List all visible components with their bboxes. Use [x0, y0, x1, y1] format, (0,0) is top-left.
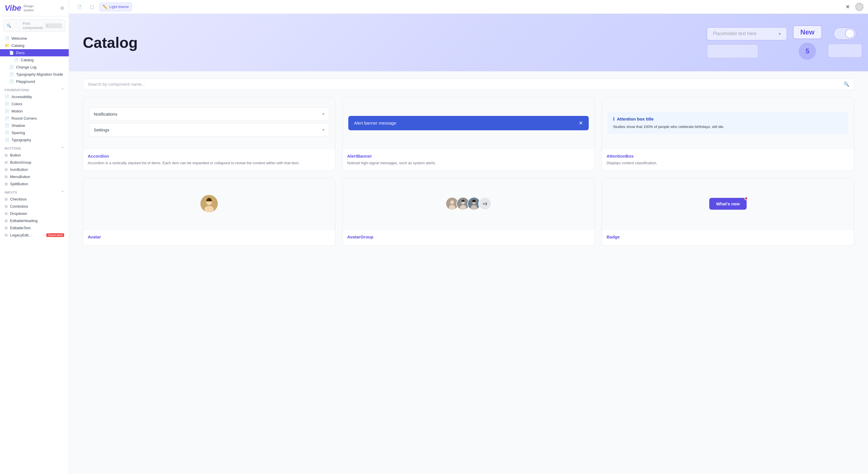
- section-buttons[interactable]: BUTTONS ⌃: [0, 144, 69, 152]
- sidebar-item-button[interactable]: ⊞ Button: [0, 152, 69, 159]
- component-icon: ⊞: [5, 153, 8, 157]
- sidebar-item-changelog[interactable]: 📄 Change Log: [0, 64, 69, 71]
- topbar-close-btn[interactable]: ✕: [842, 2, 853, 12]
- sidebar-item-spacing[interactable]: 📄 Spacing: [0, 129, 69, 136]
- chevron-down-icon: ▾: [779, 31, 781, 36]
- component-card-accordion: Notifications ▾ Settings ▾ Accordion Acc…: [83, 97, 335, 171]
- sidebar-item-colors[interactable]: 📄 Colors: [0, 100, 69, 107]
- hero-input-mock3: [828, 43, 862, 58]
- attentionbox-card-info: AttentionBox Displays content classifica…: [602, 149, 854, 170]
- sidebar-item-catalog[interactable]: 📁 Catalog: [0, 42, 69, 49]
- avatargroup-card-title[interactable]: AvatarGroup: [347, 234, 590, 239]
- sidebar-item-legacyedit[interactable]: ⊞ LegacyEdit... Deprecated: [0, 231, 69, 239]
- accordion-item-2[interactable]: Settings ▾: [89, 123, 329, 137]
- doc-icon: 📄: [5, 123, 9, 128]
- search-icon: 🔍: [7, 24, 21, 28]
- hero-banner: Catalog Placeholder text here ▾ New 5: [69, 14, 868, 71]
- avatar-preview: [83, 178, 335, 230]
- accordion-preview: Notifications ▾ Settings ▾: [83, 97, 335, 149]
- section-foundations[interactable]: FOUNDATIONS ⌃: [0, 85, 69, 93]
- avatargroup-preview: +3: [343, 178, 594, 230]
- sidebar-item-playground[interactable]: 📄 Playground: [0, 78, 69, 85]
- alertbanner-card-title[interactable]: AlertBanner: [347, 154, 590, 158]
- topbar-frame-btn[interactable]: ⬚: [87, 3, 97, 11]
- sidebar-item-motion[interactable]: 📄 Motion: [0, 107, 69, 115]
- doc-icon: 📄: [5, 131, 9, 135]
- frame-icon: ⬚: [90, 5, 94, 9]
- sidebar-item-dropdown[interactable]: ⊞ Dropdown: [0, 210, 69, 217]
- alertbanner-preview: Alert banner message ✕: [343, 97, 594, 149]
- sidebar-item-combobox[interactable]: ⊞ Combobox: [0, 203, 69, 210]
- sidebar-item-catalog-sub[interactable]: 📄 Catalog: [0, 56, 69, 64]
- chevron-down-icon: ▾: [322, 112, 324, 116]
- attentionbox-preview: ℹ Attention box title Studies show that …: [602, 97, 854, 149]
- accordion-mock: Notifications ▾ Settings ▾: [89, 107, 329, 139]
- sidebar-item-menubutton[interactable]: ⊞ MenuButton: [0, 173, 69, 180]
- sidebar-item-typography[interactable]: 📄 Typography: [0, 136, 69, 144]
- sidebar-header: Vibe Design system ⚙: [0, 0, 69, 17]
- alert-mock: Alert banner message ✕: [348, 116, 589, 130]
- hero-input-mock: Placeholder text here ▾: [707, 27, 787, 40]
- topbar-theme-btn[interactable]: ✏️ Light theme: [99, 3, 132, 11]
- component-icon: ⊞: [5, 182, 8, 186]
- sidebar-item-typography-guide[interactable]: 📄 Typography Migration Guide: [0, 71, 69, 78]
- section-inputs[interactable]: INPUTS ⌃: [0, 188, 69, 196]
- search-section: 🔍: [69, 71, 868, 97]
- topbar-left: 📄 ⬚ ✏️ Light theme: [74, 3, 132, 11]
- accordion-card-info: Accordion Accordion is a vertically stac…: [83, 149, 335, 170]
- close-icon: ✕: [845, 4, 850, 10]
- avatar-card-info: Avatar: [83, 230, 335, 246]
- sidebar-search[interactable]: 🔍 Find components /: [3, 19, 65, 32]
- avatar-mock: [200, 195, 218, 212]
- badge-card-info: Badge: [602, 230, 854, 246]
- avatar-group-mock: +3: [445, 197, 492, 210]
- attentionbox-card-title[interactable]: AttentionBox: [607, 154, 849, 158]
- search-icon: 🔍: [843, 82, 849, 87]
- sidebar-item-buttongroup[interactable]: ⊞ ButtonGroup: [0, 159, 69, 166]
- doc-icon: 📄: [14, 58, 19, 62]
- component-search-input[interactable]: [88, 82, 841, 87]
- accordion-card-title[interactable]: Accordion: [88, 154, 331, 158]
- alert-close-icon[interactable]: ✕: [579, 120, 583, 126]
- sidebar: Vibe Design system ⚙ 🔍 Find components /…: [0, 0, 69, 474]
- sidebar-item-round-corners[interactable]: 📄 Round Corners: [0, 115, 69, 122]
- component-icon: ⊞: [5, 175, 8, 179]
- hero-decorations: Placeholder text here ▾ New 5: [389, 14, 868, 71]
- folder-icon: 📁: [5, 43, 9, 48]
- chevron-up-icon: ⌃: [61, 190, 64, 194]
- topbar-right: ✕: [842, 2, 863, 12]
- hero-badge-new: New: [793, 25, 822, 39]
- sidebar-item-docs[interactable]: 📄 Docs: [0, 49, 69, 56]
- topbar-doc-btn[interactable]: 📄: [74, 3, 85, 11]
- sidebar-item-checkbox[interactable]: ⊞ Checkbox: [0, 196, 69, 203]
- component-icon: ⊞: [5, 167, 8, 172]
- component-icon: ⊞: [5, 219, 8, 223]
- gear-icon[interactable]: ⚙: [60, 5, 64, 11]
- accordion-item-1[interactable]: Notifications ▾: [89, 107, 329, 121]
- user-avatar[interactable]: [855, 3, 863, 11]
- playground-icon: 📄: [9, 80, 14, 84]
- pencil-icon: ✏️: [103, 5, 107, 9]
- sidebar-item-accessibility[interactable]: 📄 Accessibility: [0, 93, 69, 100]
- sidebar-item-shadow[interactable]: 📄 Shadow: [0, 122, 69, 129]
- sidebar-item-iconbutton[interactable]: ⊞ IconButton: [0, 166, 69, 173]
- sidebar-item-editableheading[interactable]: ⊞ EditableHeading: [0, 217, 69, 224]
- badge-preview: What's new: [602, 178, 854, 230]
- search-shortcut: /: [45, 23, 62, 28]
- chevron-down-icon: ▾: [322, 127, 324, 132]
- avatargroup-card-info: AvatarGroup: [343, 230, 594, 246]
- chevron-up-icon: ⌃: [61, 147, 64, 151]
- alertbanner-card-desc: Noticed high-signal messages, such as sy…: [347, 160, 590, 166]
- avatar-count: +3: [478, 197, 492, 210]
- badge-card-title[interactable]: Badge: [607, 234, 849, 239]
- sidebar-item-splitbutton[interactable]: ⊞ SplitButton: [0, 180, 69, 188]
- avatar-card-title[interactable]: Avatar: [88, 234, 331, 239]
- sidebar-item-editabletext[interactable]: ⊞ EditableText: [0, 224, 69, 231]
- doc-icon: 📄: [5, 109, 9, 113]
- svg-point-4: [451, 200, 454, 204]
- avatar-svg: [200, 195, 218, 212]
- hero-toggle-mock: [834, 27, 857, 40]
- whats-new-button[interactable]: What's new: [709, 198, 747, 210]
- sidebar-item-welcome[interactable]: 📄 Welcome: [0, 35, 69, 42]
- topbar: 📄 ⬚ ✏️ Light theme ✕: [69, 0, 868, 14]
